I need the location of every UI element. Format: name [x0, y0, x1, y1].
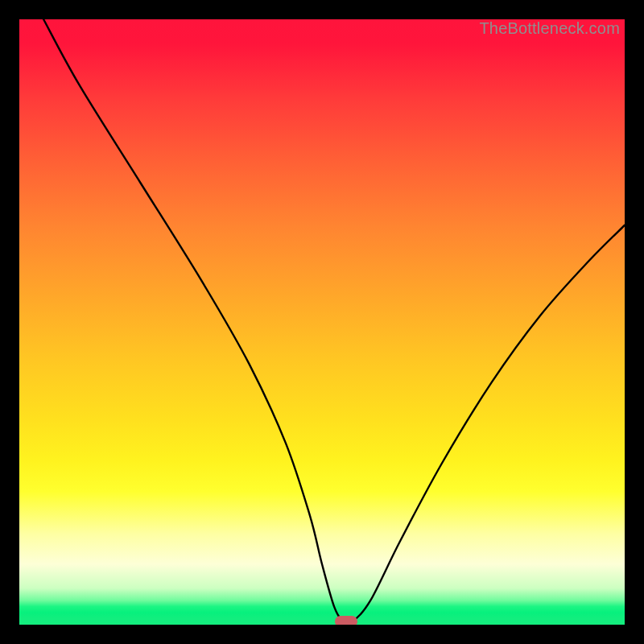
bottleneck-curve [19, 19, 625, 625]
watermark-text: TheBottleneck.com [479, 19, 620, 38]
minimum-marker [335, 616, 357, 625]
plot-area: TheBottleneck.com [19, 19, 625, 625]
chart-frame: TheBottleneck.com [0, 0, 644, 644]
